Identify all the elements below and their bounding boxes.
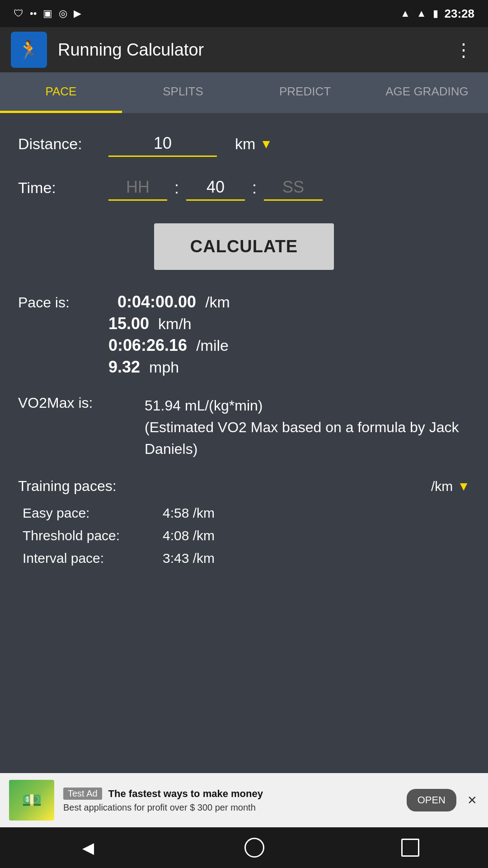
threshold-pace-value: 4:08 /km (163, 528, 215, 543)
pace-results: Pace is: 0:04:00.00 /km 15.00 km/h 0:06:… (18, 292, 470, 377)
bottom-nav: ◀ (0, 827, 488, 868)
app-bar: 🏃 Running Calculator ⋮ (0, 27, 488, 72)
pace-mile-row: 0:06:26.16 /mile (108, 336, 470, 355)
pace-per-km-unit: /km (205, 293, 230, 311)
training-unit-value: /km (431, 479, 453, 494)
time-sep-1: : (174, 179, 179, 198)
running-icon: 🏃 (18, 39, 40, 61)
time-inputs: : : (108, 175, 323, 201)
ad-subtext: Best applications for profit over $ 300 … (63, 802, 398, 813)
pace-sub-results: 15.00 km/h 0:06:26.16 /mile 9.32 mph (18, 314, 470, 377)
wifi-icon: ▲ (400, 8, 410, 19)
vo2max-value: 51.94 mL/(kg*min) (Estimated VO2 Max bas… (145, 395, 470, 460)
signal-icon: ▲ (417, 8, 427, 19)
speed-kmh-row: 15.00 km/h (108, 314, 470, 333)
back-button[interactable]: ◀ (69, 834, 108, 861)
vo2max-note: (Estimated VO2 Max based on a formula by… (145, 416, 470, 460)
recents-button[interactable] (401, 839, 419, 857)
unit-value: km (235, 135, 255, 153)
easy-pace-row: Easy pace: 4:58 /km (18, 505, 470, 521)
pace-per-mile-value: 0:06:26.16 (108, 336, 187, 355)
training-paces-section: Training paces: /km ▼ Easy pace: 4:58 /k… (18, 478, 470, 566)
training-header: Training paces: /km ▼ (18, 478, 470, 495)
ad-open-button[interactable]: OPEN (407, 789, 456, 811)
sim-icon: ▣ (43, 8, 52, 19)
play-icon: ▶ (74, 8, 81, 19)
ad-tag: Test Ad (63, 788, 102, 800)
home-button[interactable] (244, 838, 264, 858)
ad-headline: The fastest ways to make money (108, 788, 263, 800)
overflow-menu-button[interactable]: ⋮ (450, 35, 477, 65)
interval-pace-value: 3:43 /km (163, 551, 215, 566)
tab-bar: PACE SPLITS PREDICT AGE GRADING (0, 72, 488, 113)
media-icon: ◎ (59, 8, 67, 19)
easy-pace-value: 4:58 /km (163, 505, 215, 521)
time-seconds-input[interactable] (264, 175, 323, 201)
battery-icon: ▮ (433, 8, 438, 19)
speed-kmh-value: 15.00 (108, 314, 149, 333)
pace-per-km-value: 0:04:00.00 (117, 292, 196, 311)
main-content: Distance: km ▼ Time: : : CALCULATE Pace … (0, 113, 488, 773)
distance-input-wrap: km ▼ (108, 131, 470, 157)
easy-pace-label: Easy pace: (23, 505, 149, 521)
vo2max-label: VO2Max is: (18, 395, 136, 411)
time-label: Time: (18, 179, 108, 197)
training-label: Training paces: (18, 478, 117, 495)
unit-selector[interactable]: km ▼ (235, 135, 272, 153)
tab-age-grading[interactable]: AGE GRADING (366, 72, 488, 113)
threshold-pace-label: Threshold pace: (23, 528, 149, 543)
distance-label: Distance: (18, 135, 108, 153)
speed-mph-unit: mph (149, 359, 179, 376)
status-icons-right: ▲ ▲ ▮ 23:28 (400, 7, 474, 21)
time-minutes-input[interactable] (186, 175, 245, 201)
ad-image: 💵 (9, 780, 54, 821)
status-bar: 🛡 •• ▣ ◎ ▶ ▲ ▲ ▮ 23:28 (0, 0, 488, 27)
vo2max-section: VO2Max is: 51.94 mL/(kg*min) (Estimated … (18, 395, 470, 460)
tab-splits[interactable]: SPLITS (122, 72, 244, 113)
interval-pace-label: Interval pace: (23, 551, 149, 566)
ad-text: Test Ad The fastest ways to make money B… (63, 788, 398, 813)
ad-banner: 💵 Test Ad The fastest ways to make money… (0, 773, 488, 827)
pace-label-row: Pace is: 0:04:00.00 /km (18, 292, 470, 311)
vo2max-number: 51.94 mL/(kg*min) (145, 395, 470, 416)
time-sep-2: : (252, 179, 257, 198)
status-time: 23:28 (445, 7, 475, 21)
speed-mph-row: 9.32 mph (108, 358, 470, 377)
distance-row: Distance: km ▼ (18, 131, 470, 157)
pace-is-label: Pace is: (18, 294, 108, 311)
shield-icon: 🛡 (14, 8, 23, 19)
distance-input[interactable] (108, 131, 217, 157)
training-unit-selector[interactable]: /km ▼ (431, 479, 470, 494)
speed-kmh-unit: km/h (158, 315, 192, 333)
ad-title-wrap: Test Ad The fastest ways to make money (63, 788, 398, 800)
app-title: Running Calculator (58, 40, 450, 60)
app-icon: 🏃 (11, 32, 47, 68)
calculate-button[interactable]: CALCULATE (154, 223, 334, 270)
unit-dropdown-arrow: ▼ (260, 137, 272, 151)
tab-predict[interactable]: PREDICT (244, 72, 366, 113)
tab-pace[interactable]: PACE (0, 72, 122, 113)
pace-per-mile-unit: /mile (196, 337, 229, 354)
threshold-pace-row: Threshold pace: 4:08 /km (18, 528, 470, 543)
time-row: Time: : : (18, 175, 470, 201)
ad-close-button[interactable]: ✕ (465, 792, 479, 809)
status-icons-left: 🛡 •• ▣ ◎ ▶ (14, 8, 81, 19)
speed-mph-value: 9.32 (108, 358, 140, 377)
interval-pace-row: Interval pace: 3:43 /km (18, 551, 470, 566)
training-dropdown-arrow: ▼ (457, 479, 470, 494)
dots-icon: •• (30, 8, 37, 19)
time-hours-input[interactable] (108, 175, 167, 201)
